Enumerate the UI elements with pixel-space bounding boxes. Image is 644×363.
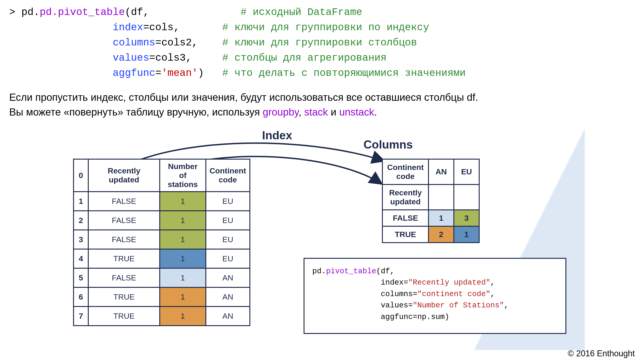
header-continent-code: Continent code bbox=[206, 159, 250, 192]
table-row: 5FALSE1AN bbox=[74, 268, 250, 287]
table-row: 2FALSE1EU bbox=[74, 211, 250, 230]
table-row: 6TRUE1AN bbox=[74, 287, 250, 306]
table-row: Recently updated bbox=[382, 184, 479, 210]
code-snippet: pd.pivot_table(df, index="Recently updat… bbox=[304, 258, 566, 334]
pivot-table: Continent code AN EU Recently updated FA… bbox=[382, 159, 480, 243]
label-columns: Columns bbox=[364, 138, 413, 151]
table-header-row: 0 Recently updated Number of stations Co… bbox=[74, 159, 250, 192]
prompt: > bbox=[9, 7, 22, 18]
copyright: © 2016 Enthought bbox=[568, 349, 635, 358]
link-stack: stack bbox=[304, 106, 328, 118]
link-groupby: groupby bbox=[263, 106, 299, 118]
code-example: > pd.pd.pivot_table(df, # исходный DataF… bbox=[9, 5, 635, 81]
table-row: TRUE 2 1 bbox=[382, 226, 479, 243]
table-row: FALSE 1 3 bbox=[382, 210, 479, 226]
func-pivot-table: pd.pivot_table bbox=[40, 7, 125, 18]
table-header-row: Continent code AN EU bbox=[382, 159, 479, 184]
link-unstack: unstack bbox=[339, 106, 374, 118]
table-row: 7TRUE1AN bbox=[74, 306, 250, 326]
table-row: 3FALSE1EU bbox=[74, 230, 250, 249]
table-row: 1FALSE1EU bbox=[74, 192, 250, 211]
pivot-diagram: Index Columns 0 Recently updated Number … bbox=[64, 129, 580, 350]
source-table: 0 Recently updated Number of stations Co… bbox=[73, 159, 250, 326]
table-row: 4TRUE1EU bbox=[74, 249, 250, 268]
header-number-of-stations: Number of stations bbox=[160, 159, 206, 192]
label-index: Index bbox=[262, 129, 292, 142]
explanation-paragraph: Если пропустить индекс, столбцы или знач… bbox=[9, 90, 635, 120]
